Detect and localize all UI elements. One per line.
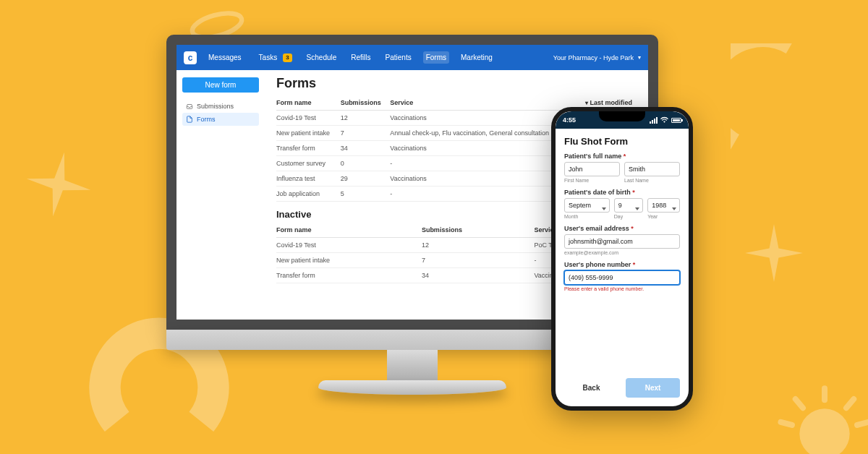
phone-footer: Back Next: [556, 372, 689, 406]
sidebar-item-label: Forms: [197, 116, 216, 123]
status-icons: [650, 116, 681, 124]
pharmacy-selector-label: Your Pharmacy - Hyde Park: [553, 54, 634, 61]
nav-tasks-label: Tasks: [256, 51, 281, 64]
cell-form-name: Covid-19 Test: [276, 238, 422, 253]
sort-caret-icon: ▾: [585, 100, 588, 106]
page-title: Forms: [276, 76, 637, 91]
nav-forms[interactable]: Forms: [423, 51, 449, 64]
cell-form-name: New patient intake: [276, 253, 422, 268]
back-button[interactable]: Back: [564, 378, 618, 398]
cell-form-name: Transfer form: [276, 141, 341, 156]
bg-sparkle-top-left: [26, 152, 91, 217]
primary-nav: Messages Tasks 3 Schedule Refills Patien…: [205, 49, 495, 66]
cell-form-name: Covid-19 Test: [276, 111, 341, 126]
phone-label: User's phone number *: [564, 261, 680, 268]
svg-rect-1: [822, 385, 827, 403]
phone-error: Please enter a valid phone number.: [564, 286, 680, 291]
last-name-sublabel: Last Name: [624, 178, 680, 183]
wifi-icon: [660, 116, 668, 124]
signal-icon: [650, 117, 658, 124]
bg-half-sun-right: [767, 347, 868, 454]
bg-magnet-right: [731, 43, 868, 195]
monitor-base: [318, 380, 506, 395]
cell-form-name: Influenza test: [276, 171, 341, 187]
col-form-name[interactable]: Form name: [276, 95, 341, 111]
dob-month-select[interactable]: Septem: [564, 198, 610, 213]
app-logo-icon: c: [184, 51, 197, 64]
col-form-name[interactable]: Form name: [276, 223, 422, 238]
cell-submissions: 5: [341, 187, 391, 202]
svg-rect-3: [791, 395, 807, 412]
full-name-label: Patient's full name *: [564, 153, 680, 160]
svg-rect-5: [778, 419, 796, 429]
col-last-modified-label: Last modified: [590, 99, 632, 106]
dob-label: Patient's date of birth *: [564, 189, 680, 196]
bg-sparkle-right: [745, 224, 803, 282]
svg-rect-4: [854, 419, 868, 429]
cell-form-name: Job application: [276, 187, 341, 202]
chevron-down-icon: ▾: [638, 54, 641, 61]
cell-submissions: 34: [341, 141, 391, 156]
sidebar-item-label: Submissions: [197, 103, 234, 110]
monitor-neck: [387, 350, 438, 380]
sidebar-item-submissions[interactable]: Submissions: [182, 100, 259, 113]
topbar: c Messages Tasks 3 Schedule Refills Pati…: [176, 45, 648, 70]
phone-form: Flu Shot Form Patient's full name * Firs…: [556, 129, 689, 372]
cell-form-name: Transfer form: [276, 268, 422, 283]
document-icon: [186, 116, 193, 123]
pharmacy-selector[interactable]: Your Pharmacy - Hyde Park ▾: [553, 54, 641, 61]
phone-notch: [599, 111, 645, 121]
email-input[interactable]: [564, 234, 680, 249]
dob-year-select[interactable]: 1988: [647, 198, 680, 213]
cell-submissions: 29: [341, 171, 391, 187]
dob-month-sublabel: Month: [564, 214, 610, 219]
status-time: 4:55: [563, 116, 576, 124]
nav-refills[interactable]: Refills: [348, 51, 373, 64]
cell-form-name: New patient intake: [276, 126, 341, 141]
col-service[interactable]: Service: [390, 95, 580, 111]
cell-submissions: 12: [422, 238, 535, 253]
cell-submissions: 34: [422, 268, 535, 283]
sidebar: New form Submissions Forms: [176, 70, 265, 320]
nav-marketing[interactable]: Marketing: [458, 51, 495, 64]
cell-submissions: 12: [341, 111, 391, 126]
cell-submissions: 0: [341, 156, 391, 171]
dob-day-select[interactable]: 9: [614, 198, 643, 213]
dob-year-sublabel: Year: [647, 214, 680, 219]
email-label: User's email address *: [564, 225, 680, 232]
nav-messages[interactable]: Messages: [205, 51, 244, 64]
new-form-button[interactable]: New form: [182, 77, 259, 93]
nav-schedule[interactable]: Schedule: [304, 51, 340, 64]
sidebar-item-forms[interactable]: Forms: [182, 113, 259, 126]
email-hint: example@example.com: [564, 250, 680, 255]
next-button[interactable]: Next: [626, 378, 680, 398]
nav-tasks[interactable]: Tasks 3: [253, 49, 295, 66]
cell-submissions: 7: [341, 126, 391, 141]
svg-rect-2: [842, 395, 858, 412]
col-submissions[interactable]: Submissions: [422, 223, 535, 238]
battery-icon: [671, 118, 681, 123]
inbox-icon: [186, 103, 193, 110]
tasks-badge: 3: [283, 53, 292, 62]
cell-form-name: Customer survey: [276, 156, 341, 171]
phone-input[interactable]: [564, 270, 680, 285]
col-submissions[interactable]: Submissions: [341, 95, 391, 111]
cell-submissions: 7: [422, 253, 535, 268]
svg-point-0: [799, 408, 849, 454]
form-title: Flu Shot Form: [564, 136, 680, 147]
first-name-sublabel: First Name: [564, 178, 620, 183]
first-name-input[interactable]: [564, 162, 620, 176]
phone-status-bar: 4:55: [556, 111, 689, 129]
last-name-input[interactable]: [624, 162, 680, 176]
mobile-phone: 4:55 Flu Shot Form Patient's full name *…: [551, 107, 693, 411]
dob-day-sublabel: Day: [614, 214, 643, 219]
nav-patients[interactable]: Patients: [383, 51, 414, 64]
